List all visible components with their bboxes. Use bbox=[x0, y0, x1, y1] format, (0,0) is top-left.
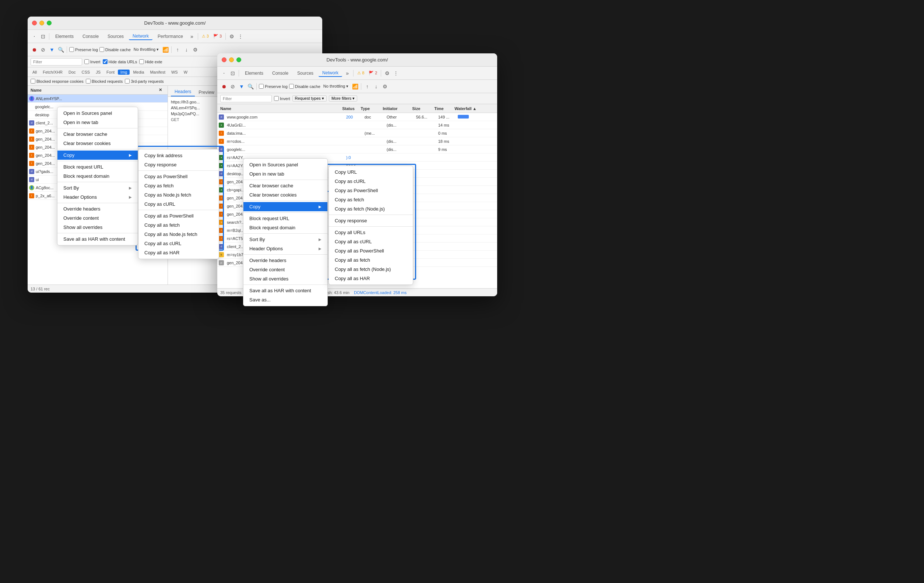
preserve-log-checkbox-back[interactable]: Preserve log bbox=[69, 47, 98, 52]
menu-item-copy-all-curl-front[interactable]: Copy all as cURL bbox=[329, 237, 413, 246]
table-row-1-back[interactable]: 👤 ANLem4Y5P... bbox=[28, 95, 168, 103]
menu-item-copy-all-curl-back[interactable]: Copy all as cURL bbox=[139, 239, 219, 248]
tab-performance-back[interactable]: Performance bbox=[154, 33, 187, 40]
menu-item-copy-all-nodejs-back[interactable]: Copy all as Node.js fetch bbox=[139, 230, 219, 239]
menu-item-copy-all-fetch-node-front[interactable]: Copy all as fetch (Node.js) bbox=[329, 265, 413, 274]
tab-sources-front[interactable]: Sources bbox=[294, 70, 317, 77]
disable-cache-checkbox-back[interactable]: Disable cache bbox=[99, 47, 131, 52]
type-manifest-back[interactable]: Manifest bbox=[147, 69, 168, 75]
settings-icon-front[interactable]: ⚙ bbox=[383, 69, 391, 77]
cursor-icon[interactable]: ⬝ bbox=[31, 33, 38, 40]
menu-item-clear-cookies-back[interactable]: Clear browser cookies bbox=[58, 139, 138, 148]
menu-item-copy-all-har-back[interactable]: Copy all as HAR bbox=[139, 248, 219, 257]
menu-item-header-opts-front[interactable]: Header Options ▶ bbox=[243, 244, 327, 253]
more-tabs-icon-front[interactable]: » bbox=[343, 69, 351, 77]
more-filters-btn-front[interactable]: More filters ▾ bbox=[329, 96, 357, 102]
filter-icon-back[interactable]: ▼ bbox=[48, 46, 56, 53]
wifi-icon-back[interactable]: 📶 bbox=[162, 46, 169, 53]
network-settings-icon-back[interactable]: ⚙ bbox=[191, 46, 199, 53]
menu-item-sort-front[interactable]: Sort By ▶ bbox=[243, 235, 327, 244]
throttle-select-back[interactable]: No throttling ▾ bbox=[132, 47, 160, 52]
filter-input-back[interactable] bbox=[31, 58, 82, 66]
tab-console-front[interactable]: Console bbox=[269, 70, 292, 77]
menu-item-header-opts-back[interactable]: Header Options ▶ bbox=[58, 193, 138, 202]
tab-headers-back[interactable]: Headers bbox=[171, 87, 195, 96]
throttle-select-front[interactable]: No throttling ▾ bbox=[322, 84, 350, 89]
tab-network-front[interactable]: Network bbox=[318, 69, 342, 77]
menu-item-copy-link-back[interactable]: Copy link address bbox=[139, 151, 219, 160]
maximize-button-back[interactable] bbox=[47, 21, 51, 25]
tab-elements-back[interactable]: Elements bbox=[51, 33, 78, 40]
menu-item-copy-response-back[interactable]: Copy response bbox=[139, 160, 219, 169]
menu-item-open-sources-front[interactable]: Open in Sources panel bbox=[243, 160, 327, 169]
more-icon-front[interactable]: ⋮ bbox=[392, 69, 399, 77]
menu-item-block-domain-back[interactable]: Block request domain bbox=[58, 171, 138, 181]
hide-ext-checkbox-back[interactable]: Hide exte bbox=[139, 59, 162, 64]
menu-item-save-har-front[interactable]: Save all as HAR with content bbox=[243, 286, 327, 295]
download-icon-front[interactable]: ↓ bbox=[372, 83, 380, 90]
more-icon-back[interactable]: ⋮ bbox=[237, 33, 244, 40]
close-button-back[interactable] bbox=[32, 21, 37, 25]
type-img-back[interactable]: Img bbox=[118, 69, 130, 75]
menu-item-open-tab-back[interactable]: Open in new tab bbox=[58, 118, 138, 127]
menu-item-copy-fetch-front[interactable]: Copy as fetch bbox=[329, 195, 413, 204]
maximize-button-front[interactable] bbox=[236, 58, 241, 62]
record-icon-front[interactable]: ⏺ bbox=[220, 83, 228, 90]
menu-item-show-overrides-front[interactable]: Show all overrides bbox=[243, 274, 327, 283]
cursor-icon-front[interactable]: ⬝ bbox=[220, 69, 228, 77]
menu-item-block-url-back[interactable]: Block request URL bbox=[58, 162, 138, 171]
table-row-front-5[interactable]: d googlelc... (dis... 9 ms bbox=[217, 145, 497, 153]
settings-icon-back[interactable]: ⚙ bbox=[228, 33, 235, 40]
menu-item-open-sources-back[interactable]: Open in Sources panel bbox=[58, 109, 138, 118]
tab-preview-back[interactable]: Preview bbox=[195, 88, 218, 96]
menu-item-clear-cookies-front[interactable]: Clear browser cookies bbox=[243, 190, 327, 199]
preserve-log-checkbox-front[interactable]: Preserve log bbox=[259, 84, 288, 89]
menu-item-copy-ps-front[interactable]: Copy as PowerShell bbox=[329, 186, 413, 195]
close-panel-icon[interactable]: ✕ bbox=[159, 87, 166, 92]
blocked-cookies-checkbox-back[interactable]: Blocked response cookies bbox=[31, 79, 84, 84]
blocked-requests-checkbox-back[interactable]: Blocked requests bbox=[86, 79, 123, 84]
menu-item-show-overrides-back[interactable]: Show all overrides bbox=[58, 223, 138, 232]
type-js-back[interactable]: JS bbox=[93, 69, 103, 75]
wifi-icon-front[interactable]: 📶 bbox=[351, 83, 359, 90]
type-font-back[interactable]: Font bbox=[104, 69, 117, 75]
search-icon-front[interactable]: 🔍 bbox=[247, 83, 254, 90]
tab-network-back[interactable]: Network bbox=[129, 33, 152, 40]
table-row-front-4[interactable]: i m=cdos... (dis... 18 ms bbox=[217, 137, 497, 145]
menu-item-save-as-front[interactable]: Save as... bbox=[243, 295, 327, 305]
menu-item-copy-curl-back[interactable]: Copy as cURL bbox=[139, 199, 219, 209]
menu-item-copy-all-fetch-front[interactable]: Copy all as fetch bbox=[329, 255, 413, 265]
type-css-back[interactable]: CSS bbox=[79, 69, 93, 75]
menu-item-copy-all-har-front[interactable]: Copy all as HAR bbox=[329, 274, 413, 283]
third-party-checkbox-back[interactable]: 3rd-party requests bbox=[125, 79, 163, 84]
filter-icon-front[interactable]: ▼ bbox=[238, 83, 245, 90]
filter-input-front[interactable] bbox=[220, 95, 272, 102]
network-settings-icon-front[interactable]: ⚙ bbox=[381, 83, 389, 90]
invert-checkbox-back[interactable]: Invert bbox=[84, 59, 101, 64]
hide-data-urls-checkbox-back[interactable]: Hide data URLs bbox=[103, 59, 137, 64]
search-icon-back[interactable]: 🔍 bbox=[57, 46, 64, 53]
menu-item-clear-cache-front[interactable]: Clear browser cache bbox=[243, 181, 327, 190]
menu-item-copy-all-ps-back[interactable]: Copy all as PowerShell bbox=[139, 211, 219, 221]
request-types-btn-front[interactable]: Request types ▾ bbox=[292, 96, 327, 102]
menu-item-copy-nodejs-back[interactable]: Copy as Node.js fetch bbox=[139, 190, 219, 199]
type-all-back[interactable]: All bbox=[30, 69, 40, 75]
menu-item-copy-curl-front[interactable]: Copy as cURL bbox=[329, 177, 413, 186]
menu-item-clear-cache-back[interactable]: Clear browser cache bbox=[58, 130, 138, 139]
table-row-front-2[interactable]: x 4UaGrEl... (dis... 14 ms bbox=[217, 121, 497, 129]
download-icon-back[interactable]: ↓ bbox=[183, 46, 190, 53]
close-button-front[interactable] bbox=[222, 58, 226, 62]
menu-item-copy-fetch-back[interactable]: Copy as fetch bbox=[139, 181, 219, 190]
menu-item-override-content-front[interactable]: Override content bbox=[243, 265, 327, 274]
invert-checkbox-front[interactable]: Invert bbox=[274, 96, 290, 101]
menu-item-save-har-back[interactable]: Save all as HAR with content bbox=[58, 234, 138, 244]
clear-icon-front[interactable]: ⊘ bbox=[229, 83, 236, 90]
dock-icon-front[interactable]: ⊡ bbox=[229, 69, 236, 77]
type-more-back[interactable]: W bbox=[181, 69, 190, 75]
type-media-back[interactable]: Media bbox=[130, 69, 147, 75]
upload-icon-back[interactable]: ↑ bbox=[174, 46, 181, 53]
table-row-front-1[interactable]: d www.google.com 200 doc Other 56.6... 1… bbox=[217, 113, 497, 121]
tab-console-back[interactable]: Console bbox=[79, 33, 102, 40]
minimize-button-back[interactable] bbox=[40, 21, 44, 25]
more-tabs-icon[interactable]: » bbox=[188, 33, 196, 40]
